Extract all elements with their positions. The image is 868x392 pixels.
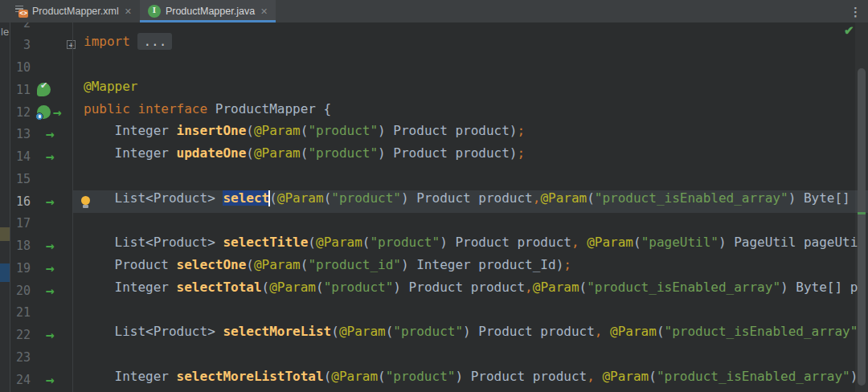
clipped-tree-item-text: le xyxy=(1,26,9,38)
code-token: ; xyxy=(563,257,571,272)
code-line[interactable]: Product selectOne(@Param("product_id") I… xyxy=(0,257,868,280)
code-token: "product_isEnabled_array" xyxy=(665,324,858,339)
clipped-selection-block xyxy=(0,263,10,282)
code-token: ProductMapper { xyxy=(207,101,331,116)
scrollbar-caret-marker xyxy=(858,212,866,214)
code-token: ; xyxy=(517,123,525,138)
code-line[interactable]: Integer selectMoreListTotal(@Param("prod… xyxy=(0,369,868,391)
code-editor[interactable]: 23+import ...1011✔@Mapper12→public inter… xyxy=(0,22,868,392)
code-token: List<Product> xyxy=(84,324,223,339)
tab-productmapper-java[interactable]: I ProductMapper.java ✕ xyxy=(140,0,276,22)
code-token: ) Integer product_Id) xyxy=(401,257,563,272)
code-line[interactable]: Integer selectTotal(@Param("product") Pr… xyxy=(0,280,868,302)
code-token: Integer xyxy=(84,145,177,161)
code-token xyxy=(595,369,603,384)
editor-tab-bar: <> ProductMapper.xml ✕ I ProductMapper.j… xyxy=(0,0,868,22)
code-token: @Param xyxy=(339,324,386,339)
code-token: ) Product product xyxy=(401,190,533,206)
code-token: ( xyxy=(378,369,386,384)
code-line[interactable] xyxy=(0,168,868,190)
code-token: ( xyxy=(246,123,254,138)
code-token: @Param xyxy=(331,369,378,384)
code-token: ) Product product xyxy=(463,324,595,339)
code-line[interactable]: public interface ProductMapper { xyxy=(0,101,868,124)
code-token: ( xyxy=(324,369,332,384)
xml-badge-glyph: <> xyxy=(18,10,28,18)
code-line[interactable] xyxy=(0,56,868,79)
close-tab-icon[interactable]: ✕ xyxy=(125,6,132,17)
code-token: ) Byte[] xyxy=(788,190,850,206)
code-text: Product selectOne(@Param("product_id") I… xyxy=(84,257,571,272)
code-token: ( xyxy=(579,280,588,295)
code-token: ( xyxy=(649,369,657,384)
code-line[interactable] xyxy=(0,346,868,369)
code-token: ( xyxy=(386,324,394,339)
code-line[interactable] xyxy=(0,22,868,35)
code-token: import xyxy=(84,34,130,49)
code-text: @Mapper xyxy=(84,79,137,94)
code-token: ( xyxy=(331,324,339,339)
code-token: "product" xyxy=(324,280,394,295)
code-token: @Param xyxy=(533,280,579,295)
editor-lines: 23+import ...1011✔@Mapper12→public inter… xyxy=(0,22,868,392)
code-token: Integer xyxy=(84,280,177,295)
code-line[interactable]: List<Product> select(@Param("product") P… xyxy=(0,190,868,213)
code-token: ( xyxy=(308,235,316,250)
code-token: @Param xyxy=(269,280,316,295)
tab-label: ProductMapper.xml xyxy=(32,6,119,17)
code-token: ( xyxy=(301,145,309,161)
close-tab-icon[interactable]: ✕ xyxy=(260,6,268,17)
code-line[interactable]: +import ... xyxy=(0,34,868,56)
tab-label: ProductMapper.java xyxy=(166,6,255,17)
code-token: , xyxy=(571,235,579,250)
intention-lightbulb-icon[interactable] xyxy=(81,196,90,205)
java-interface-icon: I xyxy=(148,5,161,18)
code-token: ... xyxy=(137,33,172,50)
code-token: "product_id" xyxy=(308,257,401,272)
code-token: selectOne xyxy=(177,257,247,272)
code-token: public interface xyxy=(84,101,207,116)
tab-productmapper-xml[interactable]: <> ProductMapper.xml ✕ xyxy=(6,0,140,22)
code-token: ; xyxy=(517,145,525,161)
code-token: ) Product product) xyxy=(378,145,517,161)
code-text: Integer updateOne(@Param("product") Prod… xyxy=(84,145,525,161)
more-options-icon[interactable]: ⋮ xyxy=(850,6,868,18)
code-token: @Param xyxy=(602,369,649,384)
code-text: Integer selectMoreListTotal(@Param("prod… xyxy=(84,369,858,384)
code-token: @Param xyxy=(277,190,324,206)
code-token: List<Product> xyxy=(84,235,223,250)
code-token: Product xyxy=(84,257,177,272)
code-token: "product_isEnabled_array" xyxy=(595,190,788,206)
fold-expand-icon[interactable]: + xyxy=(67,40,76,49)
inspections-ok-icon[interactable]: ✔ xyxy=(844,23,854,38)
code-token: selectTotal xyxy=(177,280,262,295)
code-line[interactable]: Integer updateOne(@Param("product") Prod… xyxy=(0,145,868,168)
code-token: ) PageUtil pageUti xyxy=(719,235,858,250)
code-token: insertOne xyxy=(177,123,247,138)
code-token: ( xyxy=(362,235,371,250)
code-line[interactable] xyxy=(0,301,868,324)
code-token: @Param xyxy=(540,190,587,206)
scrollbar-thumb[interactable] xyxy=(858,68,866,386)
code-token: ( xyxy=(587,190,595,206)
code-token: ( xyxy=(301,257,309,272)
code-text: public interface ProductMapper { xyxy=(84,101,331,116)
code-text: import ... xyxy=(84,33,172,50)
code-token xyxy=(602,324,610,339)
code-token: @Param xyxy=(587,235,633,250)
code-token: ( xyxy=(246,257,254,272)
code-token: ) Product product) xyxy=(378,123,517,138)
code-token: , xyxy=(595,324,603,339)
code-token: @Param xyxy=(254,145,301,161)
editor-scrollbar[interactable] xyxy=(855,22,868,392)
code-token: ) Product product xyxy=(455,369,587,384)
code-line[interactable]: List<Product> selectTitle(@Param("produc… xyxy=(0,235,868,257)
code-token: "product" xyxy=(308,145,378,161)
code-token: @Param xyxy=(254,257,301,272)
code-token: ( xyxy=(633,235,641,250)
code-line[interactable]: @Mapper xyxy=(0,79,868,101)
xml-mapper-file-icon: <> xyxy=(14,5,27,18)
code-line[interactable] xyxy=(0,212,868,235)
code-line[interactable]: Integer insertOne(@Param("product") Prod… xyxy=(0,123,868,145)
code-line[interactable]: List<Product> selectMoreList(@Param("pro… xyxy=(0,324,868,346)
